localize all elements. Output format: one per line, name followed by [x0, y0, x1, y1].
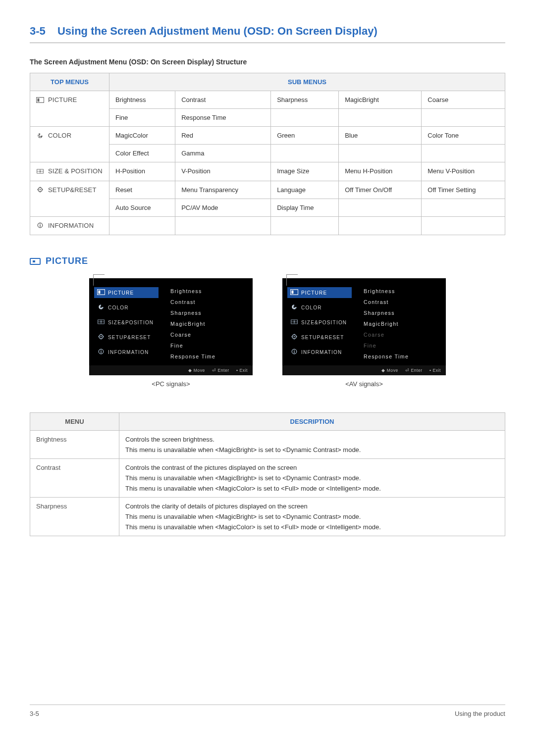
osd-nav-item[interactable]: PICTURE — [287, 287, 352, 298]
menu-structure-table: TOP MENUS SUB MENUS PICTUREBrightnessCon… — [30, 73, 505, 235]
picture-icon — [290, 289, 297, 296]
desc-menu-name: Sharpness — [30, 498, 119, 536]
sub-menu-cell: Color Effect — [109, 145, 175, 162]
osd-submenu-item[interactable]: Sharpness — [170, 309, 246, 317]
osd-footer-move: ◆ Move — [188, 368, 205, 373]
svg-point-20 — [99, 305, 100, 306]
osd-av: PICTURECOLORSIZE&POSITIONSETUP&RESETINFO… — [282, 278, 446, 375]
svg-point-52 — [294, 350, 295, 351]
section-title: 3-5 Using the Screen Adjustment Menu (OS… — [30, 25, 505, 43]
osd-nav-item[interactable]: INFORMATION — [94, 347, 159, 357]
osd-footer: ◆ Move ⏎ Enter ▪ Exit — [282, 365, 446, 375]
sub-menu-cell — [422, 216, 505, 235]
osd-submenu-item[interactable]: Brightness — [170, 287, 246, 295]
sub-menu-cell — [339, 109, 422, 127]
sub-menu-cell: MagicColor — [109, 127, 175, 145]
page-footer: 3-5 Using the product — [30, 705, 505, 717]
picture-heading-text: PICTURE — [46, 256, 88, 266]
osd-submenu-item[interactable]: Coarse — [170, 331, 246, 339]
top-menu-cell: SIZE & POSITION — [30, 162, 109, 181]
sub-menu-cell — [422, 145, 505, 162]
sub-menu-cell: Contrast — [175, 91, 271, 109]
osd-nav-item[interactable]: COLOR — [287, 302, 352, 313]
footer-right: Using the product — [455, 710, 505, 717]
sub-menu-cell — [339, 199, 422, 216]
size-icon — [290, 319, 297, 326]
sub-menu-cell — [175, 216, 271, 235]
osd-nav-item[interactable]: SIZE&POSITION — [94, 317, 159, 328]
osd-nav-item[interactable]: SETUP&RESET — [94, 332, 159, 343]
svg-rect-35 — [101, 351, 102, 353]
osd-left-nav: PICTURECOLORSIZE&POSITIONSETUP&RESETINFO… — [282, 287, 357, 360]
sub-menu-cell: Sharpness — [271, 91, 339, 109]
osd-submenu-item[interactable]: Response Time — [170, 353, 246, 360]
osd-submenu-item[interactable]: Contrast — [170, 298, 246, 306]
osd-nav-item[interactable]: SIZE&POSITION — [287, 317, 352, 328]
menu-description-table: MENU DESCRIPTION BrightnessControls the … — [30, 412, 505, 536]
picture-icon — [97, 289, 104, 296]
sub-menu-cell: H-Position — [109, 162, 175, 181]
footer-left: 3-5 — [30, 710, 39, 717]
osd-nav-item[interactable]: INFORMATION — [287, 347, 352, 357]
svg-point-46 — [294, 336, 295, 338]
osd-submenu-item[interactable]: Contrast — [364, 298, 439, 306]
top-menu-cell: PICTURE — [30, 91, 109, 127]
size-icon — [97, 319, 104, 326]
osd-submenu-item[interactable]: Sharpness — [364, 309, 439, 317]
sub-menu-cell — [109, 216, 175, 235]
sub-menu-cell: Brightness — [109, 91, 175, 109]
svg-point-34 — [101, 350, 102, 351]
osd-submenu-item: Fine — [364, 342, 439, 350]
osd-submenu-item[interactable]: MagicBright — [170, 320, 246, 328]
sub-menu-cell: Color Tone — [422, 127, 505, 145]
osd-screenshot-row: PICTURECOLORSIZE&POSITIONSETUP&RESETINFO… — [30, 278, 505, 388]
sub-menu-cell: V-Position — [175, 162, 271, 181]
svg-point-44 — [294, 321, 295, 322]
osd-nav-item[interactable]: COLOR — [94, 302, 159, 313]
sub-menu-cell: Reset — [109, 181, 175, 199]
setup-icon — [97, 334, 104, 341]
sub-menu-cell: Display Time — [271, 199, 339, 216]
sub-menu-cell — [271, 216, 339, 235]
sub-menu-cell: Red — [175, 127, 271, 145]
sub-menu-cell: Blue — [339, 127, 422, 145]
desc-text: Controls the clarity of details of pictu… — [119, 498, 505, 536]
osd-caption-pc: <PC signals> — [152, 380, 190, 388]
sub-menu-cell — [339, 145, 422, 162]
svg-point-26 — [101, 321, 102, 322]
sub-menu-cell: Green — [271, 127, 339, 145]
info-icon — [97, 349, 104, 355]
svg-point-2 — [38, 134, 39, 135]
osd-submenu-item[interactable]: MagicBright — [364, 320, 439, 328]
svg-point-3 — [38, 136, 39, 137]
osd-submenu-item[interactable]: Response Time — [364, 353, 439, 360]
sub-menu-cell: Fine — [109, 109, 175, 127]
svg-point-21 — [99, 307, 100, 308]
top-menu-cell: INFORMATION — [30, 216, 109, 235]
desc-menu-name: Contrast — [30, 459, 119, 498]
osd-nav-item[interactable]: SETUP&RESET — [287, 332, 352, 343]
osd-pc-block: PICTURECOLORSIZE&POSITIONSETUP&RESETINFO… — [89, 278, 253, 388]
osd-submenu-item[interactable]: Fine — [170, 342, 246, 350]
sub-menu-cell: Menu V-Position — [422, 162, 505, 181]
osd-right-list: BrightnessContrastSharpnessMagicBrightCo… — [357, 287, 446, 360]
sub-menu-cell: MagicBright — [339, 91, 422, 109]
desc-menu-name: Brightness — [30, 431, 119, 459]
osd-submenu-item[interactable]: Brightness — [364, 287, 439, 295]
sub-menu-cell: Coarse — [422, 91, 505, 109]
section-number: 3-5 — [30, 25, 46, 37]
osd-caption-av: <AV signals> — [345, 380, 383, 388]
osd-footer-move: ◆ Move — [381, 368, 398, 373]
svg-point-22 — [101, 308, 102, 309]
svg-rect-19 — [98, 291, 100, 294]
info-icon — [290, 349, 297, 355]
sub-menu-cell: Off Timer On/Off — [339, 181, 422, 199]
svg-point-39 — [292, 307, 293, 308]
svg-point-4 — [40, 137, 41, 138]
desc-text: Controls the screen brightness.This menu… — [119, 431, 505, 459]
color-icon — [290, 304, 297, 311]
sub-menu-cell: Image Size — [271, 162, 339, 181]
osd-nav-item[interactable]: PICTURE — [94, 287, 159, 298]
section-heading-text: Using the Screen Adjustment Menu (OSD: O… — [57, 25, 377, 37]
sub-menu-cell: Auto Source — [109, 199, 175, 216]
